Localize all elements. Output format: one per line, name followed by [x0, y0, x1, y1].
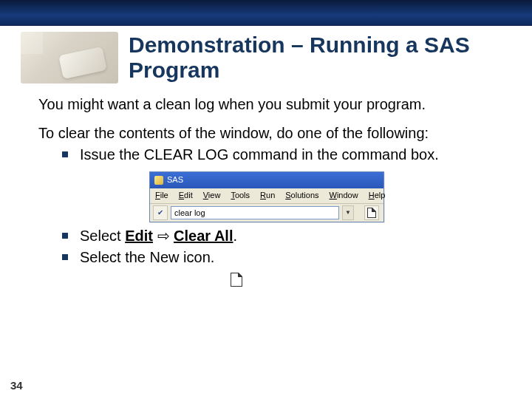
- toolbar-new-icon[interactable]: [364, 205, 379, 220]
- command-dropdown-icon[interactable]: ▼: [342, 205, 354, 220]
- bullet-new-icon: Select the New icon.: [59, 248, 501, 267]
- sas-app-icon: [154, 176, 163, 185]
- clear-all-label: Clear All: [174, 228, 233, 244]
- sas-app-title: SAS: [167, 175, 183, 185]
- menu-run[interactable]: Run: [258, 190, 277, 202]
- new-icon-sample: [231, 270, 501, 288]
- document-icon: [367, 208, 376, 218]
- command-box[interactable]: clear log: [171, 206, 339, 219]
- sas-titlebar: SAS: [150, 172, 383, 188]
- page-number: 34: [10, 379, 23, 392]
- slide-header: Demonstration – Running a SAS Program: [0, 32, 532, 83]
- edit-label: Edit: [125, 228, 153, 244]
- sas-app-window: SAS File Edit View Tools Run Solutions W…: [149, 171, 384, 222]
- slide-title: Demonstration – Running a SAS Program: [129, 33, 522, 83]
- slide-body: You might want a clean log when you subm…: [0, 83, 532, 288]
- bullet-clear-log: Issue the CLEAR LOG command in the comma…: [59, 146, 501, 164]
- arrow-icon: ⇨: [157, 228, 170, 244]
- menu-tools[interactable]: Tools: [228, 190, 252, 202]
- menu-edit[interactable]: Edit: [177, 190, 195, 202]
- menu-help[interactable]: Help: [366, 190, 388, 202]
- submit-check-icon[interactable]: ✔: [153, 205, 168, 220]
- intro-paragraph: You might want a clean log when you subm…: [38, 95, 501, 114]
- bullet-list-top: Issue the CLEAR LOG command in the comma…: [59, 146, 501, 164]
- menu-file[interactable]: File: [153, 190, 171, 202]
- menu-window[interactable]: Window: [327, 190, 361, 202]
- bullet-list-bottom: Select Edit ⇨ Clear All. Select the New …: [59, 227, 501, 267]
- sas-menubar[interactable]: File Edit View Tools Run Solutions Windo…: [150, 188, 383, 204]
- period: .: [233, 228, 237, 244]
- top-banner: [0, 0, 532, 26]
- header-image: [21, 32, 118, 83]
- bullet-edit-clear-all: Select Edit ⇨ Clear All.: [59, 227, 501, 245]
- instruction-paragraph: To clear the contents of the window, do …: [38, 124, 501, 143]
- menu-solutions[interactable]: Solutions: [283, 190, 321, 202]
- menu-view[interactable]: View: [201, 190, 223, 202]
- sas-toolbar: ✔ clear log ▼: [150, 204, 383, 222]
- bullet-prefix: Select: [80, 228, 125, 244]
- document-icon: [231, 273, 242, 287]
